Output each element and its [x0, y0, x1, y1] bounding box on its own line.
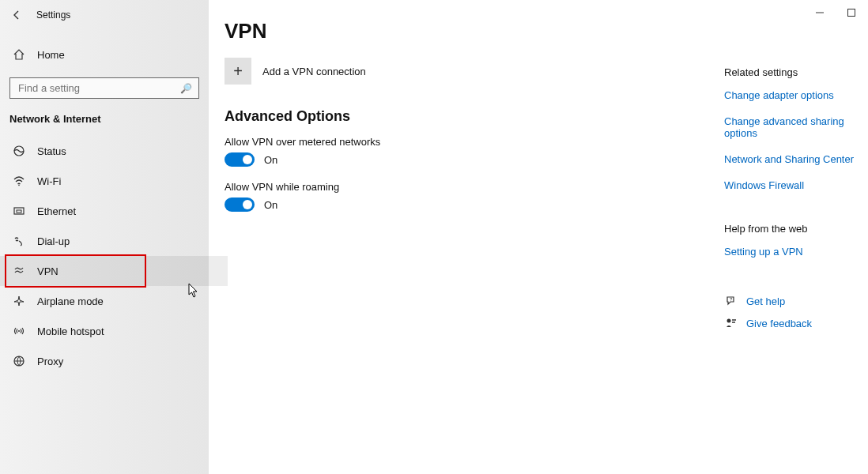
- sidebar-item-hotspot[interactable]: Mobile hotspot: [0, 316, 209, 346]
- hotspot-icon: [12, 324, 26, 338]
- sidebar-item-wifi[interactable]: Wi-Fi: [0, 166, 209, 196]
- sidebar-item-vpn[interactable]: VPN: [0, 256, 228, 286]
- sidebar: Settings Home 🔍 Network & Internet Statu…: [0, 0, 209, 474]
- sidebar-item-label: VPN: [37, 265, 58, 277]
- sidebar-nav-list: Status Wi-Fi Ethernet Dial-up VPN Airpla…: [0, 136, 209, 376]
- sidebar-item-label: Wi-Fi: [37, 175, 61, 187]
- back-button[interactable]: [9, 8, 24, 22]
- page-title: VPN: [225, 19, 868, 43]
- sidebar-item-label: Ethernet: [37, 205, 76, 217]
- toggle-roaming[interactable]: [225, 198, 255, 212]
- add-vpn-label: Add a VPN connection: [262, 66, 366, 77]
- related-settings-header: Related settings: [724, 66, 866, 78]
- feedback-icon: [724, 316, 738, 330]
- sidebar-item-status[interactable]: Status: [0, 136, 209, 166]
- link-get-help[interactable]: Get help: [746, 295, 785, 307]
- svg-point-6: [18, 330, 20, 332]
- link-adapter-options[interactable]: Change adapter options: [724, 89, 866, 101]
- sidebar-item-label: Dial-up: [37, 235, 70, 247]
- sidebar-item-label: Airplane mode: [37, 295, 104, 307]
- svg-point-3: [18, 185, 20, 186]
- sidebar-item-dialup[interactable]: Dial-up: [0, 226, 209, 256]
- sidebar-item-label: Status: [37, 145, 66, 157]
- link-advanced-sharing[interactable]: Change advanced sharing options: [724, 115, 866, 139]
- svg-point-9: [727, 319, 731, 323]
- wifi-icon: [12, 174, 26, 188]
- sidebar-item-airplane[interactable]: Airplane mode: [0, 286, 209, 316]
- search-icon: 🔍: [180, 83, 192, 94]
- ethernet-icon: [12, 204, 26, 218]
- link-setup-vpn[interactable]: Setting up a VPN: [724, 246, 866, 258]
- window-title: Settings: [36, 9, 70, 21]
- svg-rect-4: [14, 208, 24, 214]
- airplane-icon: [12, 294, 26, 308]
- sidebar-item-label: Mobile hotspot: [37, 325, 104, 337]
- search-input[interactable]: [17, 81, 180, 95]
- help-from-web-header: Help from the web: [724, 223, 866, 235]
- proxy-icon: [12, 354, 26, 368]
- link-give-feedback[interactable]: Give feedback: [746, 318, 812, 329]
- link-windows-firewall[interactable]: Windows Firewall: [724, 179, 866, 191]
- sidebar-item-proxy[interactable]: Proxy: [0, 346, 209, 376]
- search-box[interactable]: 🔍: [9, 77, 199, 99]
- sidebar-section-header: Network & Internet: [0, 99, 209, 131]
- vpn-icon: [12, 264, 26, 278]
- sidebar-home-label: Home: [37, 49, 65, 61]
- toggle-roaming-state: On: [264, 199, 277, 211]
- dialup-icon: [12, 234, 26, 248]
- link-network-sharing-center[interactable]: Network and Sharing Center: [724, 153, 866, 165]
- sidebar-item-label: Proxy: [37, 356, 63, 367]
- get-help-icon: ?: [724, 294, 738, 308]
- home-icon: [12, 47, 26, 62]
- sidebar-item-ethernet[interactable]: Ethernet: [0, 196, 209, 226]
- sidebar-home[interactable]: Home: [0, 40, 209, 70]
- plus-icon: +: [225, 58, 251, 85]
- right-panel: Related settings Change adapter options …: [724, 66, 866, 338]
- status-icon: [12, 144, 26, 158]
- svg-rect-5: [17, 210, 21, 213]
- toggle-metered[interactable]: [225, 152, 255, 167]
- toggle-metered-state: On: [264, 154, 277, 166]
